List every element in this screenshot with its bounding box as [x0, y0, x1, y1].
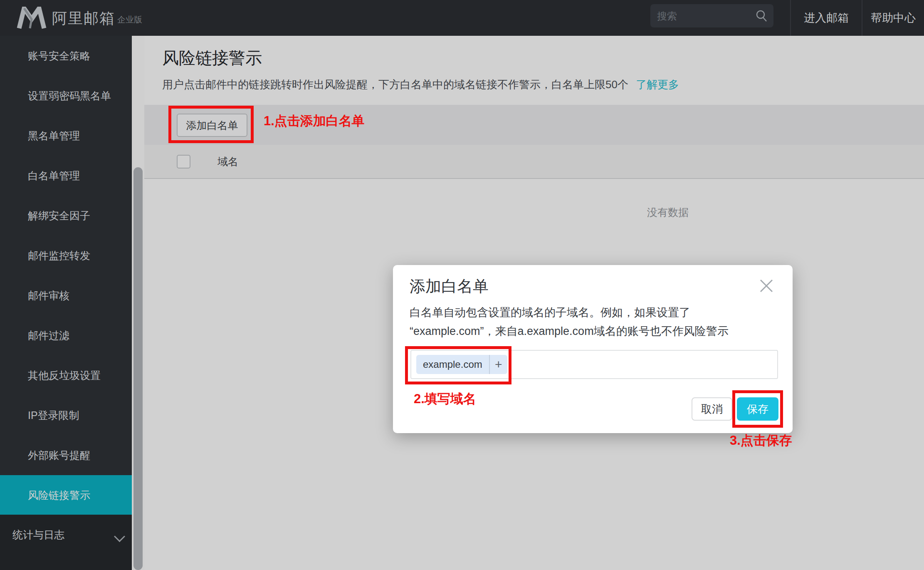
domain-input-field[interactable]: example.com +: [410, 350, 778, 379]
dialog-title: 添加白名单: [410, 276, 489, 297]
close-icon[interactable]: [758, 278, 775, 294]
add-domain-plus-icon[interactable]: +: [489, 355, 507, 374]
dialog-description-line1: 白名单自动包含设置的域名的子域名。例如，如果设置了: [410, 303, 776, 322]
add-whitelist-dialog: 添加白名单 白名单自动包含设置的域名的子域名。例如，如果设置了 “example…: [393, 265, 793, 433]
domain-tag-value: example.com: [416, 359, 489, 370]
dialog-description: 白名单自动包含设置的域名的子域名。例如，如果设置了 “example.com”，…: [410, 303, 776, 341]
alimail-admin-screenshot: 阿里邮箱 企业版 进入邮箱 帮助中心 账号安全策略 设置弱密码黑名单 黑名单管理…: [0, 0, 924, 570]
cancel-button[interactable]: 取消: [692, 397, 732, 421]
save-button[interactable]: 保存: [737, 397, 778, 421]
dialog-description-line2: “example.com”，来自a.example.com域名的账号也不作风险警…: [410, 322, 776, 341]
domain-tag: example.com +: [416, 355, 507, 374]
